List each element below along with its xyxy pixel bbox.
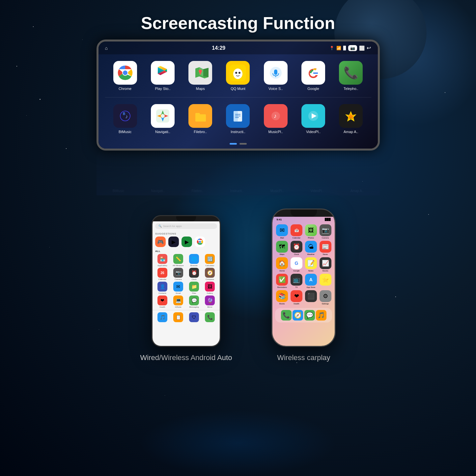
list-item[interactable]: 🛡 <box>187 312 201 322</box>
list-item[interactable]: 📝 Notes <box>305 257 317 272</box>
list-item[interactable]: 📏 AR Measure <box>171 254 185 266</box>
list-item[interactable]: 💬 Messaging <box>187 295 201 308</box>
sugg-app-3[interactable]: ▶ <box>182 237 192 247</box>
list-item[interactable]: 💬 <box>304 310 315 321</box>
list-item[interactable]: 📋 <box>171 312 185 322</box>
app-maps[interactable]: Maps <box>183 61 217 91</box>
back-btn[interactable]: ↩ <box>367 45 371 51</box>
suggestions-row: 🎮 ▶ ▶ <box>153 237 220 249</box>
list-item[interactable]: 📚 Books <box>276 290 288 305</box>
home-icon[interactable]: ⌂ <box>105 45 108 51</box>
app-google[interactable]: Google <box>296 61 330 91</box>
sugg-app-1[interactable]: 🎮 <box>155 237 166 247</box>
app-voice[interactable]: Voice S.. <box>259 61 293 91</box>
status-bar: ⌂ 14:29 📍 📶 ▉ 📷 ⬜ ↩ <box>98 42 378 54</box>
list-item[interactable]: G Google <box>290 257 303 272</box>
list-item[interactable]: 🎵 <box>316 310 326 321</box>
app-music[interactable]: ♪ MusicPl.. <box>259 104 293 134</box>
list-item[interactable]: 📺 TV <box>290 274 303 288</box>
sugg-app-4[interactable] <box>195 237 205 247</box>
list-item[interactable]: 🎵 <box>155 312 170 322</box>
app-navi[interactable]: Navigati.. <box>146 104 180 134</box>
btmusic-icon: B ♪ <box>113 104 137 128</box>
list-item[interactable]: 🖼 Photos <box>305 224 317 239</box>
app-video[interactable]: VideoPl.. <box>296 104 330 134</box>
app-instruct[interactable]: Instructi.. <box>221 104 255 134</box>
list-item[interactable]: 🏪 AppGallery <box>155 254 170 266</box>
list-item[interactable]: A App Store <box>305 274 317 288</box>
list-item[interactable]: 🗺 Maps <box>276 241 288 255</box>
dot-2[interactable] <box>239 143 247 145</box>
amap-label: Amap A.. <box>344 130 358 134</box>
list-item[interactable]: ⏰ Clock <box>290 241 303 255</box>
list-item[interactable]: ✉ Mail <box>276 224 288 239</box>
app-row-1: Chrome <box>98 54 378 97</box>
navi-icon <box>151 104 175 128</box>
screen-inner: ⌂ 14:29 📍 📶 ▉ 📷 ⬜ ↩ <box>98 42 378 149</box>
list-item[interactable]: 💻 HiSuite <box>171 295 185 308</box>
list-item[interactable]: 🔢 Calculator <box>203 254 217 266</box>
app-amap[interactable]: Amap A.. <box>334 104 368 134</box>
list-item[interactable]: ✅ Reminders <box>276 274 288 288</box>
list-item[interactable]: ❤ Health <box>155 295 170 308</box>
list-item[interactable]: 📷 Camera <box>319 224 332 239</box>
list-item[interactable]: 📅 Calendar <box>290 224 303 239</box>
list-item[interactable]: ✉ Email <box>171 282 185 294</box>
list-item[interactable]: ❤ Health <box>290 290 303 305</box>
qq-icon <box>226 61 250 85</box>
iphone-signal: ▉▉▉ <box>325 218 331 221</box>
app-phone[interactable]: 📞 Telepho.. <box>334 61 368 91</box>
android-phone-container: 🔍 Search for apps SUGGESTIONS 🎮 ▶ ▶ <box>140 215 232 362</box>
camera-btn[interactable]: 📷 <box>348 45 357 51</box>
app-chrome[interactable]: Chrome <box>108 61 142 91</box>
list-item[interactable]: 🏠 Home <box>276 257 288 272</box>
iphone-time: 9:41 <box>276 218 282 221</box>
android-label: Wired/Wireless Android Auto <box>140 353 232 362</box>
iphone-notch <box>291 210 317 217</box>
videopl-label: VideoPl.. <box>306 130 321 134</box>
list-item[interactable]: ⬛ <box>305 290 317 305</box>
dot-1[interactable] <box>230 143 237 145</box>
list-item[interactable]: 🧭 Compass <box>203 268 217 280</box>
list-item[interactable]: 🖼 Gallery <box>203 282 217 294</box>
list-item[interactable]: 👤 Contacts <box>155 282 170 294</box>
list-item[interactable]: 📰 News <box>319 241 332 255</box>
app-playstore[interactable]: Play Sto.. <box>146 61 180 91</box>
screen-reflection: BtMusic Navigati.. Filebro.. Instructi..… <box>97 149 380 195</box>
suggestions-label: SUGGESTIONS <box>153 231 220 237</box>
list-item[interactable]: 📷 Camera <box>171 268 185 280</box>
ios-label: Wireless carplay <box>277 353 330 362</box>
app-filebro[interactable]: Filebro.. <box>183 104 217 134</box>
main-content: Screencasting Function ⌂ 14:29 📍 📶 ▉ 📷 ⬜ <box>0 0 476 476</box>
search-placeholder: Search for apps <box>163 225 182 228</box>
svg-point-15 <box>235 72 237 74</box>
filebro-label: Filebro.. <box>194 130 207 134</box>
app-row-2: B ♪ BtMusic <box>98 98 378 140</box>
sugg-app-2[interactable]: ▶ <box>168 237 179 247</box>
list-item[interactable]: 26 Calendar <box>155 268 170 280</box>
iphone-screen: 9:41 ▉▉▉ ✉ Mail 📅 Calendar 🖼 <box>272 217 335 346</box>
svg-text:♪: ♪ <box>125 114 128 119</box>
list-item[interactable]: 🔮 Mirror <box>203 295 217 308</box>
list-item[interactable]: 🌤 Weather <box>305 241 317 255</box>
app-btmusic[interactable]: B ♪ BtMusic <box>108 104 142 134</box>
list-item[interactable]: ⭐ <box>319 274 332 288</box>
chrome-icon <box>113 61 137 85</box>
iphone-app-grid: ✉ Mail 📅 Calendar 🖼 Photos 📷 <box>272 222 335 307</box>
svg-point-51 <box>199 241 201 243</box>
google-icon <box>301 61 325 85</box>
list-item[interactable]: 🌐 Browser <box>187 254 201 266</box>
list-item[interactable]: 📞 <box>281 310 292 321</box>
list-item[interactable]: 📞 <box>203 312 217 322</box>
list-item[interactable]: 📁 Files <box>187 282 201 294</box>
cast-btn[interactable]: ⬜ <box>359 45 365 51</box>
phone-icon: 📞 <box>339 61 363 85</box>
amap-icon <box>339 104 363 128</box>
list-item[interactable]: 📈 Stocks <box>319 257 332 272</box>
app-qq[interactable]: QQ Munt <box>221 61 255 91</box>
svg-rect-35 <box>234 111 238 122</box>
list-item[interactable]: 🧭 <box>293 310 303 321</box>
list-item[interactable]: ⏰ Clock <box>187 268 201 280</box>
list-item[interactable]: ⚙ Settings <box>319 290 332 305</box>
android-search-bar[interactable]: 🔍 Search for apps <box>155 223 217 229</box>
